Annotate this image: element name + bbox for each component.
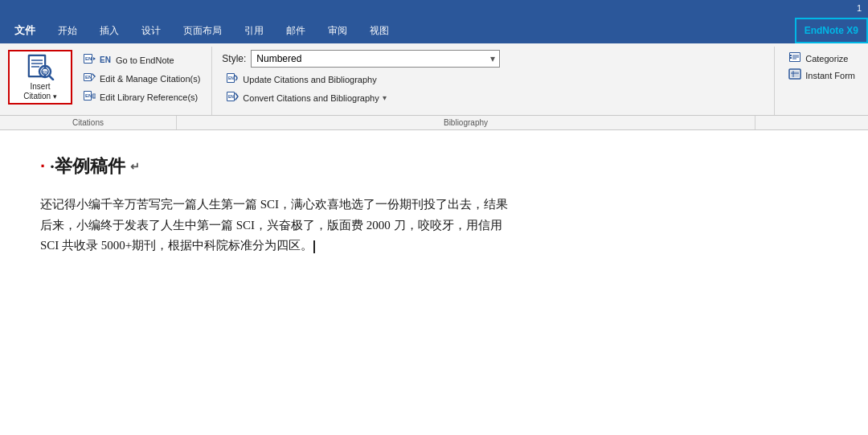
title-bar: 1 xyxy=(0,0,868,18)
instant-form-label: Instant Form xyxy=(805,71,855,80)
style-select-wrapper: Numbered xyxy=(251,50,500,68)
tab-view[interactable]: 视图 xyxy=(358,18,400,43)
citation-icon: EN xyxy=(25,53,55,80)
document-area: · ·举例稿件 ↵ 还记得小编千辛万苦写完一篇人生第一篇 SCI，满心欢喜地选了… xyxy=(0,130,868,435)
tab-reference[interactable]: 引用 xyxy=(233,18,275,43)
svg-line-17 xyxy=(92,76,95,80)
tab-bar: 文件 开始 插入 设计 页面布局 引用 邮件 审阅 视图 EndNote X9 xyxy=(0,18,868,43)
heading-text: ·举例稿件 xyxy=(50,154,125,179)
page-number: 1 xyxy=(857,3,862,13)
document-heading: · ·举例稿件 ↵ xyxy=(40,154,828,179)
paragraph-3: SCI 共收录 5000+期刊，根据中科院标准分为四区。 xyxy=(40,236,828,256)
categorize-icon xyxy=(788,51,802,65)
tab-design[interactable]: 设计 xyxy=(130,18,172,43)
categorize-section: Categorize Instant Form xyxy=(775,47,868,115)
insert-citation-icon-area: EN xyxy=(24,53,56,80)
style-row: Style: Numbered xyxy=(222,50,764,68)
svg-text:EN: EN xyxy=(85,93,92,98)
edit-library-reference-button[interactable]: EN Edit Library Reference(s) xyxy=(79,88,203,105)
edit-citation-icon: EN xyxy=(82,72,96,85)
svg-text:EN: EN xyxy=(228,94,234,99)
ribbon-content: EN Insert Citation ▾ EN xyxy=(0,43,868,116)
svg-line-16 xyxy=(92,74,95,76)
convert-citations-label: Convert Citations and Bibliography xyxy=(243,93,379,103)
svg-text:EN: EN xyxy=(85,56,92,61)
text-cursor xyxy=(313,240,315,253)
tab-review[interactable]: 审阅 xyxy=(317,18,358,43)
library-icon: EN xyxy=(82,90,96,104)
en-label: EN xyxy=(100,55,111,64)
svg-text:EN: EN xyxy=(43,70,48,75)
dropdown-arrow: ▾ xyxy=(53,92,57,101)
ribbon-groups: Citations Bibliography xyxy=(0,116,868,130)
svg-text:EN: EN xyxy=(228,76,234,80)
tab-insert[interactable]: 插入 xyxy=(88,18,130,43)
tab-layout[interactable]: 页面布局 xyxy=(172,18,233,43)
categorize-label: Categorize xyxy=(805,54,848,64)
tab-file[interactable]: 文件 xyxy=(3,18,47,43)
citation-small-buttons: EN EN Go to EndNote EN xyxy=(79,50,203,105)
update-citations-button[interactable]: EN Update Citations and Bibliography xyxy=(222,71,764,88)
categorize-group-placeholder xyxy=(755,116,868,129)
endnote-icon: EN xyxy=(82,53,96,67)
bibliography-group-label: Bibliography xyxy=(177,116,755,129)
convert-arrow: ▾ xyxy=(383,93,387,102)
paragraph-3-text: SCI 共收录 5000+期刊，根据中科院标准分为四区。 xyxy=(40,239,313,252)
tab-start[interactable]: 开始 xyxy=(47,18,88,43)
svg-marker-12 xyxy=(93,57,96,60)
svg-rect-37 xyxy=(790,57,792,59)
update-citations-label: Update Citations and Bibliography xyxy=(243,75,376,84)
heading-bullet: · xyxy=(40,156,45,177)
insert-citation-button[interactable]: EN Insert Citation ▾ xyxy=(8,50,72,105)
citations-group-label: Citations xyxy=(0,116,177,129)
tab-endnote[interactable]: EndNote X9 xyxy=(795,18,868,43)
svg-rect-36 xyxy=(790,55,792,56)
svg-line-7 xyxy=(49,76,53,80)
style-label: Style: xyxy=(222,53,246,64)
paragraph-2: 后来，小编终于发表了人生中第一篇 SCI，兴奋极了，版面费 2000 刀，咬咬牙… xyxy=(40,215,828,236)
tab-mail[interactable]: 邮件 xyxy=(275,18,317,43)
categorize-button[interactable]: Categorize xyxy=(784,50,858,67)
go-to-endnote-button[interactable]: EN EN Go to EndNote xyxy=(79,51,203,68)
edit-manage-label: Edit & Manage Citation(s) xyxy=(100,74,200,84)
convert-citations-button[interactable]: EN Convert Citations and Bibliography ▾ xyxy=(222,89,764,106)
bibliography-section: Style: Numbered EN xyxy=(212,47,775,115)
instant-form-icon xyxy=(788,68,802,82)
insert-citation-label: Insert Citation ▾ xyxy=(23,82,57,101)
edit-manage-citation-button[interactable]: EN Edit & Manage Citation(s) xyxy=(79,70,203,87)
svg-rect-39 xyxy=(791,71,799,77)
svg-text:EN: EN xyxy=(85,75,92,80)
edit-library-label: Edit Library Reference(s) xyxy=(100,92,198,102)
convert-citations-icon: EN xyxy=(225,91,240,105)
go-to-endnote-label: Go to EndNote xyxy=(116,55,174,65)
insert-citation-section: EN Insert Citation ▾ EN xyxy=(0,47,212,115)
style-select[interactable]: Numbered xyxy=(251,50,500,68)
heading-cursor: ↵ xyxy=(130,160,140,173)
instant-form-button[interactable]: Instant Form xyxy=(784,67,858,84)
update-citations-icon: EN xyxy=(225,72,240,86)
bib-buttons: EN Update Citations and Bibliography EN xyxy=(222,71,764,106)
paragraph-1: 还记得小编千辛万苦写完一篇人生第一篇 SCI，满心欢喜地选了一份期刊投了出去，结… xyxy=(40,195,828,215)
